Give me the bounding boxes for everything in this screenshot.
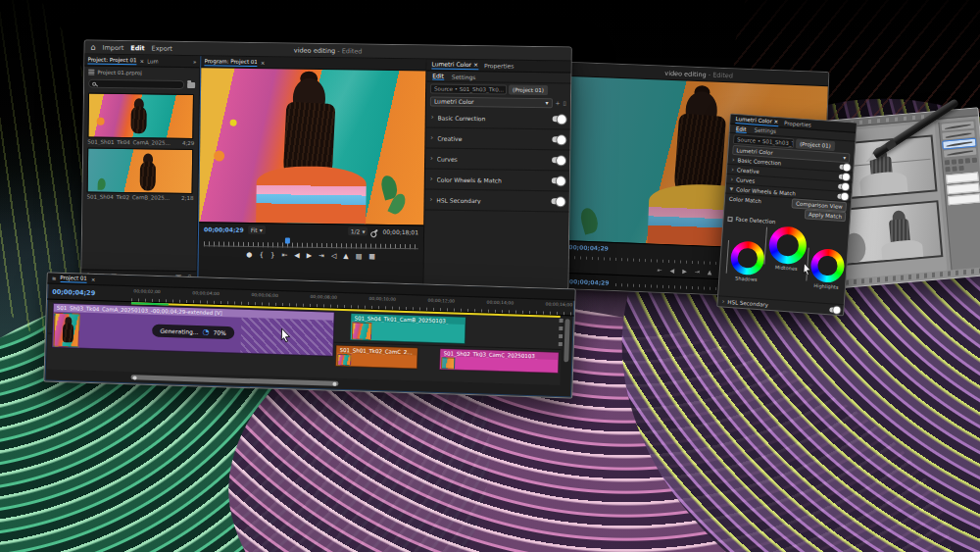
tool-icon[interactable] (945, 167, 950, 172)
folder-icon[interactable] (187, 82, 195, 88)
go-to-in-button[interactable]: ⇤ (281, 251, 287, 259)
project-clip-1[interactable]: S01_Sh01_Tk04_CamA_20250103_ 4;29 (87, 93, 195, 147)
track-control-button[interactable] (559, 326, 563, 330)
tab-properties[interactable]: Properties (484, 62, 514, 69)
tool-icon[interactable] (945, 160, 950, 165)
search-box[interactable] (88, 79, 184, 89)
toggle-switch[interactable] (838, 184, 848, 190)
vertical-scrollbar[interactable] (564, 319, 569, 362)
go-to-out-button[interactable]: ⇥ (318, 252, 324, 260)
shadows-slider[interactable] (726, 240, 729, 274)
lift-button[interactable]: ▲ (708, 268, 712, 275)
toggle-switch[interactable] (553, 116, 565, 122)
tool-icon[interactable] (958, 166, 963, 171)
add-marker-button[interactable]: ● (246, 251, 252, 259)
tool-icon[interactable] (952, 166, 956, 171)
clip-magenta[interactable]: S01_Sh02_Tk03_CamC_20250103_ (439, 348, 560, 374)
menu-import[interactable]: Import (103, 43, 124, 51)
track-control-button[interactable] (559, 334, 563, 338)
tool-icon[interactable] (958, 159, 963, 164)
tab-sequence[interactable]: Project 01 (60, 275, 87, 283)
project-segment[interactable]: (Project 01) (509, 84, 548, 95)
layer-swatch[interactable] (946, 173, 979, 184)
go-to-out-button[interactable]: ⇥ (695, 268, 700, 275)
shadows-wheel[interactable] (730, 240, 765, 276)
chevron-right-icon: › (430, 154, 433, 162)
layer-swatch[interactable] (947, 182, 980, 194)
tab-settings[interactable]: Settings (452, 73, 476, 79)
midtones-wheel[interactable] (768, 226, 808, 266)
mark-in-button[interactable]: { (259, 251, 264, 259)
close-icon[interactable]: × (773, 118, 778, 124)
search-input[interactable] (96, 79, 180, 88)
playback-resolution-dropdown[interactable]: 1/2 ▾ (348, 226, 368, 235)
tool-icon[interactable] (952, 159, 956, 164)
layer-swatch[interactable] (948, 193, 980, 205)
panel-menu-icon[interactable]: ≡ (52, 276, 57, 281)
section-hsl-secondary[interactable]: › HSL Secondary (424, 189, 568, 212)
toggle-switch[interactable] (829, 307, 839, 313)
add-effect-icon[interactable]: + (556, 99, 561, 106)
extract-button[interactable]: ▤ (356, 252, 363, 260)
close-icon[interactable]: × (261, 60, 266, 66)
midtones-slider[interactable] (763, 227, 767, 265)
clip-orange[interactable]: S01_Sh01_Tk02_CamC_20250103_ (335, 345, 418, 370)
go-to-in-button[interactable]: ⇤ (658, 266, 662, 273)
step-back-button[interactable]: ◀ (294, 252, 300, 260)
source-segment[interactable]: Source • S01_Sh03_Tk0... (430, 83, 507, 94)
tab-lumetri-truncated[interactable]: Lum (147, 58, 159, 64)
effect-dropdown[interactable]: Lumetri Color ▾ (430, 96, 553, 108)
clip-thumbnail (337, 354, 351, 366)
highlights-wheel[interactable] (809, 248, 845, 283)
tab-overflow-icon[interactable]: » (193, 59, 196, 65)
track-control-button[interactable] (559, 342, 563, 346)
delete-effect-icon[interactable]: ▯ (564, 99, 566, 106)
playhead[interactable] (285, 237, 290, 243)
tool-icon[interactable] (972, 158, 977, 163)
fit-dropdown[interactable]: Fit ▾ (248, 226, 266, 234)
step-back-button[interactable]: ◀ (670, 267, 675, 274)
mark-out-button[interactable]: } (270, 251, 275, 259)
clip-teal[interactable]: S01_Sh04_Tk01_CamB_20250103_ (350, 313, 466, 344)
toggle-switch[interactable] (552, 136, 564, 142)
tab-settings[interactable]: Settings (754, 126, 776, 134)
track-control-button[interactable] (560, 319, 564, 323)
project-clip-2[interactable]: S01_Sh04_Tk02_CamB_20250103_ 2;18 (86, 148, 194, 202)
scrollbar-handle[interactable] (332, 381, 336, 385)
section-color-wheels-match[interactable]: › Color Wheels & Match (425, 169, 569, 191)
tool-icon[interactable] (965, 158, 970, 163)
face-detection-checkbox[interactable] (727, 216, 732, 221)
tab-properties[interactable]: Properties (784, 120, 811, 127)
tab-edit[interactable]: Edit (736, 125, 747, 133)
menu-export[interactable]: Export (152, 44, 172, 52)
scrollbar-handle[interactable] (133, 376, 137, 379)
close-icon[interactable]: × (91, 276, 96, 282)
tab-program[interactable]: Program: Project 01 (204, 58, 257, 67)
toggle-switch[interactable] (552, 157, 564, 163)
lift-button[interactable]: ▲ (343, 252, 349, 260)
toggle-switch[interactable] (551, 198, 564, 204)
play-around-button[interactable]: ◁ (331, 252, 337, 260)
toggle-switch[interactable] (839, 165, 849, 171)
tab-project[interactable]: Project: Project 01 (87, 56, 136, 65)
program-video[interactable] (199, 68, 425, 226)
settings-wrench-icon[interactable] (372, 228, 379, 234)
play-button[interactable]: ▶ (682, 267, 687, 274)
section-basic-correction[interactable]: › Basic Correction (426, 107, 570, 129)
tab-lumetri-color[interactable]: Lumetri Color × (431, 60, 478, 70)
clip-generating[interactable]: S01_Sh03_Tk04_CamA_20250103_-00;00;04;29… (51, 303, 334, 357)
close-icon[interactable]: × (139, 58, 144, 64)
toggle-switch[interactable] (552, 177, 564, 183)
home-icon[interactable]: ⌂ (91, 43, 96, 52)
export-frame-button[interactable]: ▦ (368, 253, 375, 261)
section-curves[interactable]: › Curves (425, 148, 569, 171)
menu-edit[interactable]: Edit (130, 44, 145, 52)
section-creative[interactable]: › Creative (425, 127, 569, 150)
chevron-down-icon: ▾ (843, 154, 846, 160)
close-icon[interactable]: × (473, 61, 478, 68)
brush-preset[interactable] (944, 148, 976, 158)
play-button[interactable]: ▶ (307, 252, 313, 260)
tab-edit[interactable]: Edit (432, 73, 444, 80)
toggle-switch[interactable] (839, 175, 849, 180)
toggle-switch[interactable] (837, 194, 847, 200)
